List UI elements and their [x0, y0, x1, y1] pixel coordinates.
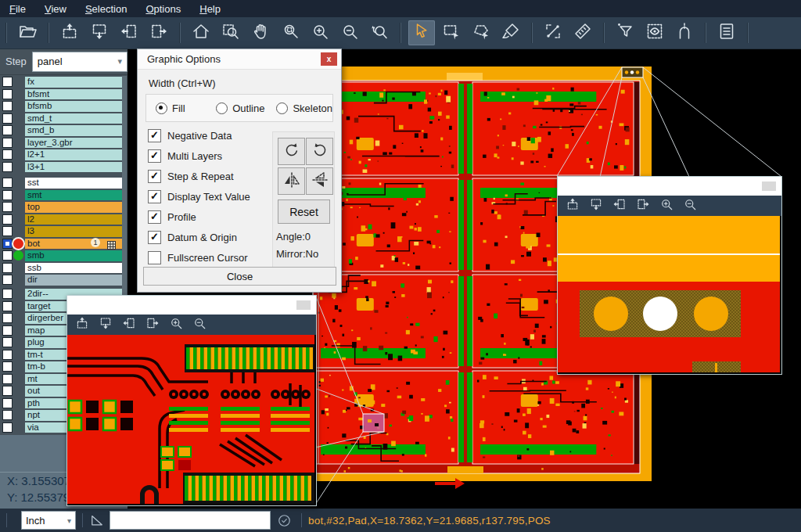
layer-visibility-checkbox[interactable] [2, 275, 13, 285]
pan-down-button[interactable] [586, 197, 606, 214]
checkbox-box[interactable]: ✓ [148, 149, 161, 163]
layer-row-smd_b[interactable]: smd_b [0, 124, 122, 137]
layer-name[interactable]: l3 [25, 226, 122, 237]
rotate-cw-button[interactable] [278, 138, 305, 165]
close-button[interactable]: Close [143, 267, 336, 286]
layer-row-layer_3.gbr[interactable]: layer_3.gbr [0, 137, 122, 149]
layer-visibility-checkbox[interactable] [2, 149, 13, 160]
step-dropdown[interactable]: panel ▾ [32, 52, 128, 72]
layer-row-smb[interactable]: smb [0, 250, 122, 262]
radio-skeleton[interactable]: Skeleton [276, 102, 332, 114]
layer-row-bfsmb[interactable]: bfsmb [0, 100, 122, 113]
layer-row-dir[interactable]: dir [0, 274, 122, 286]
pan-down-button[interactable] [95, 316, 116, 333]
zoom-window-title-bar[interactable] [558, 177, 781, 196]
layer-name[interactable]: smb [25, 250, 122, 261]
layer-visibility-checkbox[interactable] [2, 226, 13, 236]
select-pointer-button[interactable] [408, 20, 435, 45]
dialog-close-button[interactable]: x [321, 52, 337, 66]
layer-visibility-checkbox[interactable] [2, 263, 13, 273]
menu-selection[interactable]: Selection [76, 2, 136, 16]
radio-fill[interactable]: Fill [156, 102, 207, 114]
layer-visibility-checkbox[interactable] [2, 422, 13, 433]
layer-row-l3+1[interactable]: l3+1 [0, 161, 122, 174]
radio-circle[interactable] [216, 102, 228, 114]
window-menu-button[interactable] [762, 182, 776, 191]
menu-options[interactable]: Options [136, 2, 190, 16]
pan-right-button[interactable] [633, 197, 653, 214]
pan-left-button[interactable] [119, 316, 139, 333]
zoom-object-button[interactable] [277, 20, 304, 45]
pan-down-button[interactable] [86, 20, 113, 45]
layer-visibility-checkbox[interactable] [2, 313, 13, 323]
select-polygon-button[interactable] [468, 20, 494, 45]
unit-dropdown[interactable]: Inch ▾ [21, 511, 76, 530]
zoom-out-button[interactable] [336, 20, 363, 45]
layer-row-fx[interactable]: fx [0, 76, 122, 88]
menu-file[interactable]: File [0, 2, 35, 16]
reset-button[interactable]: Reset [278, 200, 330, 224]
command-input[interactable] [110, 511, 271, 530]
jump-gate-button[interactable] [671, 20, 698, 45]
layer-row-l3[interactable]: l3 [0, 225, 122, 238]
zoom-window-button[interactable] [217, 20, 244, 45]
checkbox-box[interactable]: ✓ [148, 231, 161, 244]
layer-visibility-checkbox[interactable] [2, 410, 13, 420]
layer-visibility-checkbox[interactable] [2, 301, 13, 311]
checkbox-box[interactable]: ✓ [148, 190, 161, 203]
layer-visibility-checkbox[interactable] [2, 202, 13, 212]
layer-visibility-checkbox[interactable] [2, 250, 13, 261]
layer-visibility-checkbox[interactable] [2, 89, 13, 99]
layer-name[interactable]: fx [25, 77, 122, 88]
pan-left-button[interactable] [116, 20, 142, 45]
angle-mode-icon[interactable] [89, 512, 105, 528]
layer-name[interactable]: layer_3.gbr [25, 138, 122, 149]
pan-right-button[interactable] [142, 316, 163, 333]
layer-row-l2+1[interactable]: l2+1 [0, 149, 122, 161]
pan-up-button[interactable] [562, 197, 583, 214]
view-options-button[interactable] [641, 20, 668, 45]
layer-name[interactable]: top [25, 202, 122, 213]
layer-row-smd_t[interactable]: smd_t [0, 113, 122, 125]
layer-name[interactable]: ssb [25, 263, 122, 274]
report-button[interactable] [713, 20, 740, 45]
layer-row-bfsmt[interactable]: bfsmt [0, 88, 122, 101]
zoom-in-button[interactable] [307, 20, 333, 45]
checkbox-box[interactable]: ✓ [148, 210, 161, 224]
layer-visibility-checkbox[interactable] [2, 190, 13, 200]
rotate-ccw-button[interactable] [306, 138, 333, 165]
layer-visibility-checkbox[interactable] [2, 138, 13, 148]
checkbox-profile[interactable]: ✓Profile [148, 210, 196, 224]
zoom-out-button[interactable] [680, 197, 700, 214]
layer-visibility-checkbox[interactable] [2, 398, 13, 408]
checkbox-box[interactable] [148, 251, 161, 264]
pan-right-button[interactable] [145, 20, 172, 45]
layer-active-indicator[interactable] [13, 250, 23, 261]
layer-visibility-checkbox[interactable] [2, 113, 13, 124]
mirror-horizontal-button[interactable] [278, 167, 305, 195]
checkbox-datum-origin[interactable]: ✓Datum & Origin [148, 230, 237, 244]
zoom-home-button[interactable] [188, 20, 214, 45]
layer-name[interactable]: l2+1 [25, 149, 122, 160]
layer-row-ssb[interactable]: ssb [0, 262, 122, 275]
zoom-window-content[interactable] [558, 216, 781, 372]
layer-visibility-checkbox[interactable] [2, 77, 13, 87]
layer-visibility-checkbox[interactable] [2, 337, 13, 347]
pan-hand-button[interactable] [247, 20, 274, 45]
menu-view[interactable]: View [35, 2, 76, 16]
checkbox-box[interactable]: ✓ [148, 170, 161, 183]
dialog-title-bar[interactable]: Graphic Options x [138, 49, 341, 70]
layer-name[interactable]: smt [25, 190, 122, 201]
filter-button[interactable] [612, 20, 638, 45]
brush-button[interactable] [497, 20, 524, 45]
layer-name[interactable]: l3+1 [25, 162, 122, 173]
checkbox-display-text-value[interactable]: ✓Display Text Value [148, 189, 250, 203]
zoom-in-button[interactable] [166, 316, 186, 333]
checkbox-step-repeat[interactable]: ✓Step & Repeat [148, 169, 234, 183]
zoom-previous-button[interactable] [366, 20, 393, 45]
layer-name[interactable]: l2 [25, 214, 122, 225]
layer-visibility-checkbox[interactable] [2, 386, 13, 396]
select-rectangle-button[interactable] [438, 20, 465, 45]
pan-left-button[interactable] [609, 197, 630, 214]
pan-up-button[interactable] [56, 20, 83, 45]
